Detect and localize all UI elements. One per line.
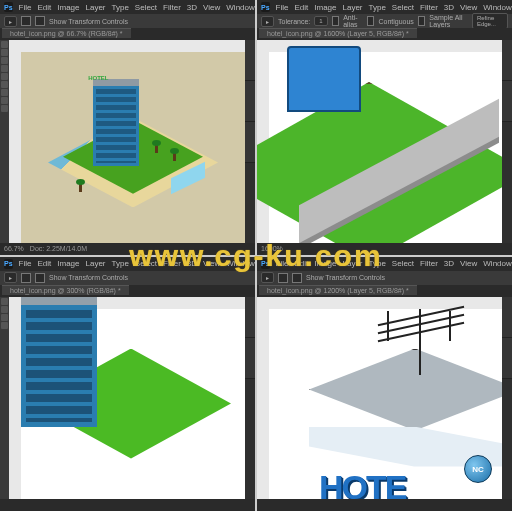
antialias-checkbox[interactable]	[332, 16, 340, 26]
panels-dock[interactable]	[244, 40, 255, 243]
menu-3d[interactable]: 3D	[444, 259, 454, 268]
menu-image[interactable]: Image	[57, 259, 79, 268]
menu-filter[interactable]: Filter	[420, 3, 438, 12]
menu-layer[interactable]: Layer	[85, 259, 105, 268]
menu-select[interactable]: Select	[135, 259, 157, 268]
panels-dock[interactable]	[501, 297, 512, 500]
menu-file[interactable]: File	[19, 259, 32, 268]
menu-window[interactable]: Window	[483, 259, 511, 268]
menu-filter[interactable]: Filter	[420, 259, 438, 268]
menu-3d[interactable]: 3D	[187, 3, 197, 12]
menu-edit[interactable]: Edit	[294, 259, 308, 268]
sample-all-checkbox[interactable]	[418, 16, 426, 26]
roof-top-shape	[309, 349, 502, 431]
menu-type[interactable]: Type	[369, 3, 386, 12]
menu-select[interactable]: Select	[392, 259, 414, 268]
color-panel[interactable]	[502, 297, 512, 338]
window-1: Ps File Edit Image Layer Type Select Fil…	[0, 0, 255, 255]
menu-layer[interactable]: Layer	[85, 3, 105, 12]
wand-tool-icon[interactable]	[1, 314, 8, 321]
menu-file[interactable]: File	[276, 259, 289, 268]
menu-layer[interactable]: Layer	[342, 3, 362, 12]
document-tab[interactable]: hotel_icon.png @ 300% (RGB/8#) *	[2, 285, 129, 295]
menu-3d[interactable]: 3D	[444, 3, 454, 12]
autoselect-checkbox[interactable]	[21, 16, 31, 26]
layers-panel[interactable]	[245, 338, 255, 379]
menu-select[interactable]: Select	[135, 3, 157, 12]
menu-window[interactable]: Window	[226, 3, 254, 12]
tool-preset-button[interactable]: ▸	[4, 272, 17, 283]
layers-panel[interactable]	[245, 122, 255, 163]
brush-tool-icon[interactable]	[1, 322, 8, 329]
eyedropper-tool-icon[interactable]	[1, 81, 8, 88]
transform-checkbox[interactable]	[292, 273, 302, 283]
contiguous-checkbox[interactable]	[367, 16, 375, 26]
menu-image[interactable]: Image	[57, 3, 79, 12]
color-panel[interactable]	[245, 297, 255, 338]
menu-view[interactable]: View	[460, 259, 477, 268]
zoom-readout[interactable]: 1600%	[261, 245, 283, 252]
transform-checkbox[interactable]	[35, 16, 45, 26]
menu-image[interactable]: Image	[314, 3, 336, 12]
canvas[interactable]: HOTEL	[9, 40, 245, 243]
zoom-readout[interactable]: 66.7%	[4, 245, 24, 252]
color-panel[interactable]	[245, 40, 255, 81]
menu-edit[interactable]: Edit	[37, 3, 51, 12]
menu-type[interactable]: Type	[369, 259, 386, 268]
marquee-tool-icon[interactable]	[1, 306, 8, 313]
canvas[interactable]	[9, 297, 245, 500]
document-tab[interactable]: hotel_icon.png @ 66.7% (RGB/8#) *	[2, 28, 131, 38]
refine-edge-button[interactable]: Refine Edge...	[472, 13, 508, 29]
menu-filter[interactable]: Filter	[163, 259, 181, 268]
tool-preset-button[interactable]: ▸	[261, 272, 274, 283]
document-tab[interactable]: hotel_icon.png @ 1600% (Layer 5, RGB/8#)…	[259, 28, 417, 38]
menu-layer[interactable]: Layer	[342, 259, 362, 268]
menu-window[interactable]: Window	[226, 259, 254, 268]
tool-preset-button[interactable]: ▸	[261, 16, 274, 27]
panels-dock[interactable]	[244, 297, 255, 500]
menu-select[interactable]: Select	[392, 3, 414, 12]
menubar[interactable]: Ps File Edit Image Layer Type Select Fil…	[257, 257, 512, 271]
transform-label: Show Transform Controls	[49, 18, 128, 25]
menu-view[interactable]: View	[203, 259, 220, 268]
menu-edit[interactable]: Edit	[37, 259, 51, 268]
move-tool-icon[interactable]	[1, 41, 8, 48]
document-tab[interactable]: hotel_icon.png @ 1200% (Layer 5, RGB/8#)…	[259, 285, 417, 295]
menu-window[interactable]: Window	[483, 3, 511, 12]
layers-panel[interactable]	[502, 81, 512, 122]
transform-checkbox[interactable]	[35, 273, 45, 283]
adjust-panel[interactable]	[245, 81, 255, 122]
wand-tool-icon[interactable]	[1, 65, 8, 72]
menu-edit[interactable]: Edit	[294, 3, 308, 12]
menu-view[interactable]: View	[203, 3, 220, 12]
menubar[interactable]: Ps File Edit Image Layer Type Select Fil…	[257, 0, 512, 14]
menu-3d[interactable]: 3D	[187, 259, 197, 268]
menu-filter[interactable]: Filter	[163, 3, 181, 12]
menu-file[interactable]: File	[19, 3, 32, 12]
menubar[interactable]: Ps File Edit Image Layer Type Select Fil…	[0, 0, 255, 14]
tolerance-field[interactable]: 1	[314, 16, 327, 26]
canvas[interactable]	[257, 40, 502, 243]
contiguous-label: Contiguous	[378, 18, 413, 25]
brush-tool-icon[interactable]	[1, 89, 8, 96]
color-panel[interactable]	[502, 40, 512, 81]
menu-type[interactable]: Type	[112, 259, 129, 268]
autoselect-checkbox[interactable]	[278, 273, 288, 283]
menu-type[interactable]: Type	[112, 3, 129, 12]
menu-image[interactable]: Image	[314, 259, 336, 268]
type-tool-icon[interactable]	[1, 105, 8, 112]
crop-tool-icon[interactable]	[1, 73, 8, 80]
layers-panel[interactable]	[502, 338, 512, 379]
menu-view[interactable]: View	[460, 3, 477, 12]
move-tool-icon[interactable]	[1, 298, 8, 305]
doc-size-readout: Doc: 2.25M/14.0M	[30, 245, 87, 252]
eraser-tool-icon[interactable]	[1, 97, 8, 104]
autoselect-checkbox[interactable]	[21, 273, 31, 283]
panels-dock[interactable]	[501, 40, 512, 243]
canvas[interactable]: HOTE NC	[257, 297, 502, 500]
lasso-tool-icon[interactable]	[1, 57, 8, 64]
menu-file[interactable]: File	[276, 3, 289, 12]
menubar[interactable]: Ps File Edit Image Layer Type Select Fil…	[0, 257, 255, 271]
marquee-tool-icon[interactable]	[1, 49, 8, 56]
tool-preset-button[interactable]: ▸	[4, 16, 17, 27]
